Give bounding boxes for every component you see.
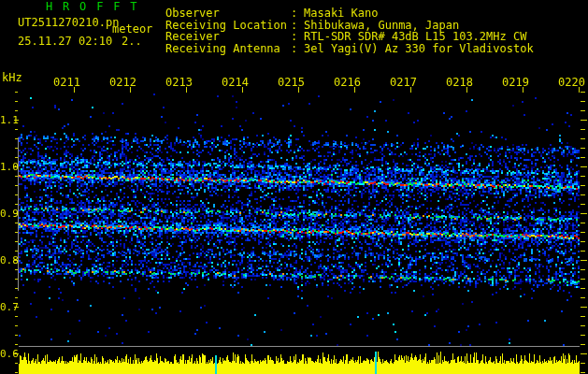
- output-filename: UT2511270210.pn: [18, 17, 119, 29]
- freq-label: 0.9: [0, 208, 19, 220]
- time-label: 0214: [222, 77, 249, 89]
- info-label: Observer: [165, 7, 291, 19]
- spectrogram-canvas: [0, 0, 588, 374]
- info-separator: :: [291, 30, 304, 42]
- freq-label: 0.7: [0, 301, 19, 313]
- info-value: 3el Yagi(V) Az 330 for Vladivostok: [304, 42, 534, 54]
- time-label: 0212: [109, 77, 136, 89]
- time-label: 0220: [558, 77, 585, 89]
- info-label: Receiving Antenna: [165, 42, 291, 54]
- hrofft-window: H R O F F T UT2511270210.pn meteor 25.11…: [0, 0, 588, 374]
- counter-label: 2..: [122, 36, 142, 48]
- time-label: 0215: [278, 77, 305, 89]
- info-row-location: Receiving Location:Shibukawa, Gunma, Jap…: [165, 19, 534, 31]
- info-separator: :: [291, 42, 304, 54]
- freq-label: 1.1: [0, 114, 19, 126]
- info-value: RTL-SDR SDR# 43dB L15 103.2MHz CW: [304, 30, 526, 42]
- time-label: 0218: [446, 77, 473, 89]
- time-label: 0213: [165, 77, 193, 89]
- station-info: Observer:Masaki Kano Receiving Location:…: [165, 7, 534, 53]
- info-label: Receiving Location: [165, 19, 291, 31]
- info-value: Shibukawa, Gunma, Japan: [304, 19, 459, 31]
- datetime-label: 25.11.27 02:10: [18, 36, 112, 48]
- time-label: 0219: [502, 77, 529, 89]
- info-label: Receiver: [165, 30, 291, 42]
- time-label: 0211: [53, 77, 80, 89]
- info-value: Masaki Kano: [304, 7, 378, 19]
- app-title: H R O F F T: [46, 1, 138, 13]
- info-row-observer: Observer:Masaki Kano: [165, 7, 534, 19]
- freq-unit-label: kHz: [2, 72, 22, 84]
- freq-label: 1.0: [0, 161, 19, 173]
- time-label: 0217: [390, 77, 417, 89]
- freq-label: 0.6: [0, 348, 19, 360]
- info-row-receiver: Receiver:RTL-SDR SDR# 43dB L15 103.2MHz …: [165, 30, 534, 42]
- freq-label: 0.8: [0, 254, 19, 266]
- time-label: 0216: [334, 77, 361, 89]
- info-row-antenna: Receiving Antenna:3el Yagi(V) Az 330 for…: [165, 42, 534, 54]
- info-separator: :: [291, 19, 304, 31]
- info-separator: :: [291, 7, 304, 19]
